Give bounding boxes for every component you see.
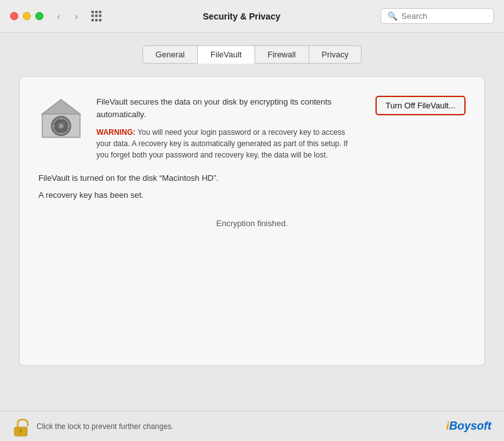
lock-icon[interactable] xyxy=(13,418,29,435)
description-block: FileVault secures the data on your disk … xyxy=(96,96,357,161)
lock-label: Click the lock to prevent further change… xyxy=(37,422,173,431)
back-button[interactable]: ‹ xyxy=(51,9,66,24)
turn-off-section: Turn Off FileVault... xyxy=(369,96,466,115)
content-panel: FileVault secures the data on your disk … xyxy=(19,76,485,366)
filevault-description: FileVault secures the data on your disk … xyxy=(96,96,357,120)
svg-point-4 xyxy=(59,123,64,129)
tab-general[interactable]: General xyxy=(142,45,198,64)
search-input[interactable] xyxy=(401,11,487,21)
window-title: Security & Privacy xyxy=(110,11,373,21)
main-content: General FileVault Firewall Privacy xyxy=(0,33,504,411)
bottom-bar: Click the lock to prevent further change… xyxy=(0,411,504,441)
tab-filevault[interactable]: FileVault xyxy=(198,45,255,64)
panel-header: FileVault secures the data on your disk … xyxy=(38,96,466,161)
zoom-button[interactable] xyxy=(35,12,43,20)
iboysoft-rest: Boysoft xyxy=(449,420,491,432)
traffic-lights xyxy=(10,12,43,20)
titlebar: ‹ › Security & Privacy 🔍 xyxy=(0,0,504,33)
forward-button[interactable]: › xyxy=(69,9,84,24)
turn-off-filevault-button[interactable]: Turn Off FileVault... xyxy=(375,96,466,115)
warning-label: WARNING: xyxy=(96,128,135,137)
tabs: General FileVault Firewall Privacy xyxy=(19,45,485,64)
svg-rect-11 xyxy=(20,431,21,433)
tab-privacy[interactable]: Privacy xyxy=(309,45,362,64)
grid-icon[interactable] xyxy=(91,11,103,22)
encryption-status: Encryption finished. xyxy=(38,219,466,228)
filevault-status: FileVault is turned on for the disk “Mac… xyxy=(38,173,466,183)
svg-marker-1 xyxy=(42,100,80,114)
minimize-button[interactable] xyxy=(23,12,31,20)
recovery-key-status: A recovery key has been set. xyxy=(38,190,466,200)
warning-text: WARNING: You will need your login passwo… xyxy=(96,127,357,161)
search-box[interactable]: 🔍 xyxy=(381,8,494,24)
tab-firewall[interactable]: Firewall xyxy=(255,45,309,64)
close-button[interactable] xyxy=(10,12,18,20)
nav-buttons: ‹ › xyxy=(51,9,84,24)
search-icon: 🔍 xyxy=(387,11,398,21)
iboysoft-brand: iBoysoft xyxy=(446,420,491,433)
filevault-icon xyxy=(38,96,84,141)
